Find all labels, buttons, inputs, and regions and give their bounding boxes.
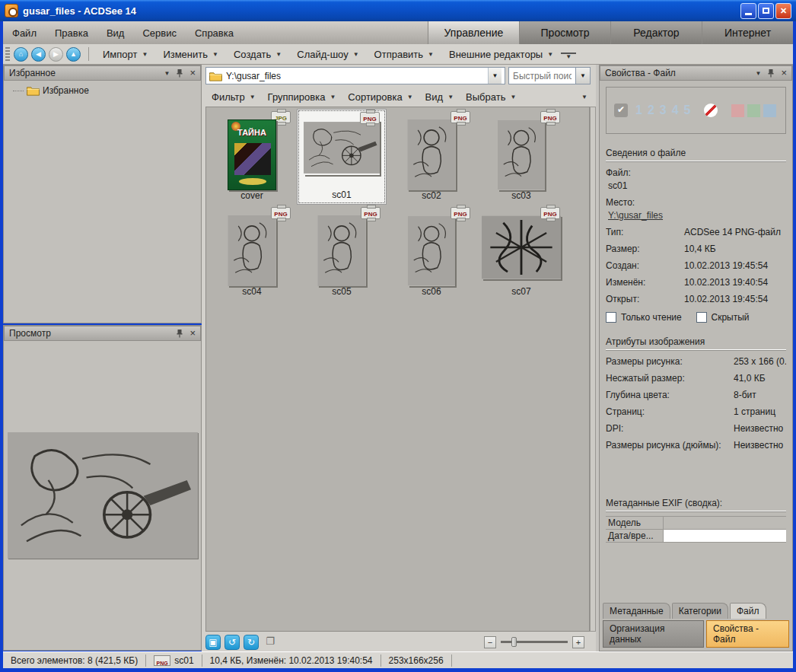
group-dropdown[interactable]: Группировка▼	[262, 88, 342, 106]
file-item-sc05[interactable]: PNG sc05	[297, 205, 387, 301]
color-label-blue[interactable]	[763, 104, 776, 117]
hidden-checkbox[interactable]: Скрытый	[696, 312, 787, 323]
folder-icon	[27, 85, 40, 96]
close-icon[interactable]: ×	[781, 68, 787, 78]
tab-file[interactable]: Файл	[730, 603, 766, 619]
checkbox-icon	[606, 312, 616, 323]
exif-model-value	[664, 517, 786, 529]
forward-icon[interactable]: ▶	[49, 47, 63, 62]
slideshow-dropdown[interactable]: Слайд-шоу▼	[289, 46, 366, 63]
close-icon[interactable]: ×	[189, 329, 196, 338]
tab-categories[interactable]: Категории	[672, 603, 728, 619]
mode-tabs: Управление Просмотр Редактор Интернет	[428, 21, 793, 44]
import-dropdown[interactable]: Импорт▼	[95, 46, 155, 63]
tab-edit[interactable]: Редактор	[610, 21, 702, 44]
zoom-out-button[interactable]: −	[484, 636, 496, 648]
tag-checkbox[interactable]: ✔	[614, 104, 628, 117]
discard-image-icon[interactable]: ▣	[205, 635, 221, 650]
file-item-label: cover	[240, 190, 263, 201]
maximize-button[interactable]	[758, 3, 774, 19]
tab-manage[interactable]: Управление	[428, 21, 519, 44]
view-dropdown[interactable]: Вид▼	[419, 88, 460, 106]
pin-icon[interactable]	[176, 329, 183, 338]
file-item-sc01[interactable]: PNG sc01	[297, 109, 387, 205]
back-icon[interactable]: ◀	[31, 47, 46, 62]
chevron-down-icon: ▼	[330, 94, 336, 100]
window-title: gusar_files - ACDSee 14	[23, 5, 136, 17]
compare-windows-icon[interactable]: ❐	[263, 635, 278, 650]
favorites-tree-item[interactable]: Избранное	[4, 81, 201, 96]
exif-datetime-label: Дата/вре...	[606, 530, 664, 542]
tab-online[interactable]: Интернет	[702, 21, 793, 44]
filter-overflow-icon[interactable]: ▼	[581, 94, 594, 100]
readonly-checkbox[interactable]: Только чтение	[606, 312, 696, 323]
file-item-sc02[interactable]: PNG sc02	[387, 109, 476, 205]
type-label: Тип:	[606, 227, 684, 237]
dpi-value: Неизвестно	[734, 423, 783, 434]
png-format-badge: PNG	[540, 207, 560, 219]
modify-dropdown[interactable]: Изменить▼	[155, 46, 226, 63]
organize-button[interactable]: Организация данных	[603, 620, 704, 648]
zoom-in-button[interactable]: +	[572, 636, 584, 648]
menu-tools[interactable]: Сервис	[133, 24, 186, 42]
uncompressed-value: 41,0 КБ	[734, 373, 766, 384]
favorites-item-label: Избранное	[43, 85, 89, 96]
chevron-down-icon[interactable]: ▼	[755, 70, 761, 77]
toolbar-overflow-icon[interactable]: ▼	[561, 53, 576, 60]
home-icon[interactable]: ⌂	[14, 47, 28, 62]
file-item-sc04[interactable]: PNG sc04	[207, 205, 297, 301]
rating-numbers[interactable]: 12345	[635, 104, 696, 117]
chevron-down-icon[interactable]: ▼	[164, 70, 170, 77]
menu-help[interactable]: Справка	[186, 24, 243, 42]
up-icon[interactable]: ▲	[66, 47, 81, 62]
zoom-slider[interactable]	[501, 641, 568, 643]
file-item-cover[interactable]: JPG ТАЙНА cover	[207, 109, 297, 205]
menu-view[interactable]: Вид	[97, 24, 134, 42]
pin-icon[interactable]	[767, 68, 775, 78]
folder-icon	[209, 71, 222, 81]
select-dropdown[interactable]: Выбрать▼	[460, 88, 522, 106]
file-item-sc06[interactable]: PNG sc06	[387, 205, 476, 301]
close-button[interactable]: ✕	[775, 3, 791, 19]
exif-datetime-value	[664, 530, 786, 542]
rotate-left-icon[interactable]: ↺	[224, 635, 240, 650]
cover-art	[234, 143, 271, 175]
thumbnail-image	[408, 215, 455, 286]
zoom-slider-thumb[interactable]	[511, 637, 517, 647]
toolbar-grip[interactable]	[5, 47, 10, 61]
minimize-button[interactable]	[740, 3, 756, 19]
status-file-name: sc01	[174, 654, 193, 667]
menu-file[interactable]: Файл	[3, 24, 46, 42]
color-label-pink[interactable]	[731, 104, 744, 117]
filter-dropdown[interactable]: Фильтр▼	[205, 88, 262, 106]
create-dropdown[interactable]: Создать▼	[226, 46, 289, 63]
exif-model-label: Модель	[606, 517, 664, 529]
address-bar[interactable]: Y:\gusar_files ▼	[205, 67, 505, 84]
address-dropdown-icon[interactable]: ▼	[488, 68, 501, 84]
list-bottom-toolbar: ▣ ↺ ↻ ❐ − +	[205, 632, 594, 651]
list-scrollbar[interactable]	[590, 107, 596, 632]
close-icon[interactable]: ×	[189, 68, 196, 78]
no-rating-icon[interactable]	[704, 104, 718, 117]
properties-file-button[interactable]: Свойства - Файл	[706, 620, 789, 648]
location-link[interactable]: Y:\gusar_files	[606, 210, 786, 221]
quick-search-dropdown-icon[interactable]: ▼	[575, 67, 591, 84]
tab-view[interactable]: Просмотр	[519, 21, 610, 44]
file-name-value[interactable]: sc01	[606, 180, 786, 191]
rotate-right-icon[interactable]: ↻	[244, 635, 259, 650]
file-item-sc07[interactable]: PNG sc07	[476, 205, 566, 301]
external-editors-dropdown[interactable]: Внешние редакторы▼	[441, 46, 561, 63]
file-item-sc03[interactable]: PNG sc03	[476, 109, 566, 205]
pin-icon[interactable]	[176, 68, 183, 78]
sort-dropdown[interactable]: Сортировка▼	[342, 88, 419, 106]
send-dropdown[interactable]: Отправить▼	[367, 46, 441, 63]
preview-panel: Просмотр ×	[3, 325, 202, 651]
menu-edit[interactable]: Правка	[46, 24, 97, 42]
chevron-down-icon: ▼	[547, 51, 553, 58]
acdsee-window: gusar_files - ACDSee 14 ✕ Файл Правка Ви…	[0, 0, 796, 672]
tab-metadata[interactable]: Метаданные	[603, 603, 670, 619]
preview-image[interactable]	[8, 432, 198, 559]
color-label-green[interactable]	[747, 104, 760, 117]
created-value: 10.02.2013 19:45:54	[684, 260, 768, 271]
quick-search-input[interactable]	[508, 67, 575, 84]
